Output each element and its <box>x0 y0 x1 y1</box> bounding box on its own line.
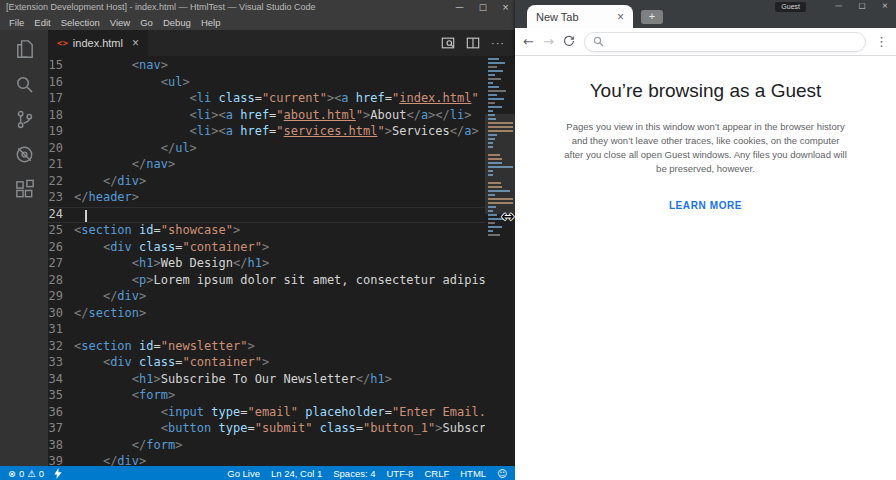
warnings-count: 0 <box>39 468 44 479</box>
code-line[interactable]: 22 </div> <box>48 174 515 191</box>
tab-close-icon[interactable]: × <box>617 10 624 24</box>
maximize-button[interactable]: □ <box>859 1 866 10</box>
line-number: 32 <box>48 339 74 356</box>
chrome-window-controls: — □ × <box>835 1 888 10</box>
line-content: <h1>Web Design</h1> <box>74 256 269 273</box>
feedback-smiley-icon[interactable]: ☺ <box>497 468 507 479</box>
minimize-button[interactable]: — <box>835 1 843 10</box>
source-control-icon[interactable] <box>13 108 36 131</box>
lightning-bolt-icon[interactable] <box>54 468 62 479</box>
editor-group: <> index.html × <box>48 30 515 466</box>
line-number: 15 <box>48 58 74 75</box>
debug-icon[interactable] <box>13 143 36 166</box>
close-button[interactable]: × <box>502 2 509 12</box>
address-bar[interactable] <box>584 32 866 52</box>
forward-icon[interactable]: → <box>543 35 554 48</box>
code-line[interactable]: 24 <box>48 207 515 224</box>
code-line[interactable]: 20 </ul> <box>48 141 515 158</box>
code-line[interactable]: 31 <box>48 322 515 339</box>
menu-go[interactable]: Go <box>135 17 158 28</box>
search-icon[interactable] <box>13 73 36 96</box>
line-number: 27 <box>48 256 74 273</box>
minimap-line <box>488 82 493 84</box>
line-number: 34 <box>48 372 74 389</box>
line-number: 37 <box>48 421 74 438</box>
more-actions-icon[interactable]: ··· <box>491 37 505 49</box>
minimap[interactable] <box>485 58 515 466</box>
tab-close-icon[interactable]: × <box>132 36 139 50</box>
menu-selection[interactable]: Selection <box>56 17 105 28</box>
go-live-button[interactable]: Go Live <box>227 468 260 479</box>
code-line[interactable]: 32<section id="newsletter"> <box>48 339 515 356</box>
code-line[interactable]: 28 <p>Lorem ipsum dolor sit amet, consec… <box>48 273 515 290</box>
minimize-button[interactable]: — <box>455 2 464 12</box>
line-content: </header> <box>74 190 139 207</box>
code-editor[interactable]: 15 <nav>16 <ul>17 <li class="current"><a… <box>48 56 515 466</box>
code-line[interactable]: 16 <ul> <box>48 75 515 92</box>
code-line[interactable]: 26 <div class="container"> <box>48 240 515 257</box>
menu-debug[interactable]: Debug <box>158 17 196 28</box>
chrome-tab-strip: New Tab × + Guest — □ × <box>515 0 896 28</box>
minimap-line <box>488 214 497 216</box>
menu-help[interactable]: Help <box>196 17 226 28</box>
line-number: 23 <box>48 190 74 207</box>
code-line[interactable]: 39 </div> <box>48 454 515 466</box>
code-line[interactable]: 17 <li class="current"><a href="index.ht… <box>48 91 515 108</box>
open-preview-icon[interactable] <box>441 36 455 50</box>
code-line[interactable]: 25<section id="showcase"> <box>48 223 515 240</box>
code-line[interactable]: 15 <nav> <box>48 58 515 75</box>
code-line[interactable]: 33 <div class="container"> <box>48 355 515 372</box>
code-line[interactable]: 19 <li><a href="services.html">Services<… <box>48 124 515 141</box>
line-number: 20 <box>48 141 74 158</box>
menu-view[interactable]: View <box>105 17 135 28</box>
split-editor-icon[interactable] <box>466 36 480 50</box>
extensions-icon[interactable] <box>13 178 36 201</box>
minimap-line <box>488 230 493 232</box>
back-icon[interactable]: ← <box>523 35 534 48</box>
tab-new-tab[interactable]: New Tab × <box>527 5 633 28</box>
encoding-setting[interactable]: UTF-8 <box>386 468 413 479</box>
chrome-menu-icon[interactable]: ⋮ <box>875 34 888 49</box>
horizontal-resize-cursor-icon: ↔ <box>501 207 514 226</box>
code-line[interactable]: 29 </div> <box>48 289 515 306</box>
explorer-icon[interactable] <box>13 38 36 61</box>
code-line[interactable]: 36 <input type="email" placeholder="Ente… <box>48 405 515 422</box>
learn-more-link[interactable]: LEARN MORE <box>669 200 742 211</box>
line-content: <div class="container"> <box>74 240 269 257</box>
guest-page: You’re browsing as a Guest Pages you vie… <box>515 56 896 213</box>
eol-setting[interactable]: CRLF <box>424 468 449 479</box>
line-number: 38 <box>48 438 74 455</box>
close-button[interactable]: × <box>882 1 888 10</box>
minimap-line <box>488 58 499 60</box>
errors-count: 0 <box>19 468 24 479</box>
menu-edit[interactable]: Edit <box>29 17 55 28</box>
line-content: </div> <box>74 289 146 306</box>
code-line[interactable]: 34 <h1>Subscribe To Our Newsletter</h1> <box>48 372 515 389</box>
code-line[interactable]: 38 </form> <box>48 438 515 455</box>
line-content: </ul> <box>74 141 197 158</box>
line-number: 17 <box>48 91 74 108</box>
line-content: <nav> <box>74 58 168 75</box>
code-line[interactable]: 18 <li><a href="about.html">About</a></l… <box>48 108 515 125</box>
minimap-slider[interactable] <box>485 114 515 214</box>
menu-file[interactable]: File <box>4 17 29 28</box>
code-line[interactable]: 23</header> <box>48 190 515 207</box>
code-line[interactable]: 37 <button type="submit" class="button_1… <box>48 421 515 438</box>
code-line[interactable]: 27 <h1>Web Design</h1> <box>48 256 515 273</box>
problems-button[interactable]: ⊗ 0 ⚠ 0 <box>8 468 44 479</box>
language-mode[interactable]: HTML <box>460 468 486 479</box>
guest-description-line: Pages you view in this window won’t appe… <box>515 120 896 134</box>
refresh-icon[interactable] <box>563 35 575 49</box>
line-number: 25 <box>48 223 74 240</box>
indentation-setting[interactable]: Spaces: 4 <box>333 468 375 479</box>
code-line[interactable]: 30</section> <box>48 306 515 323</box>
cursor-position[interactable]: Ln 24, Col 1 <box>271 468 322 479</box>
editor-tab-bar: <> index.html × <box>48 30 515 56</box>
new-tab-button[interactable]: + <box>641 10 663 24</box>
code-line[interactable]: 21 </nav> <box>48 157 515 174</box>
tab-index-html[interactable]: <> index.html × <box>48 30 148 56</box>
code-line[interactable]: 35 <form> <box>48 388 515 405</box>
status-bar: ⊗ 0 ⚠ 0 Go Live Ln 24, Col 1 Spaces: 4 U… <box>0 466 515 480</box>
guest-profile-badge[interactable]: Guest <box>775 2 806 12</box>
maximize-button[interactable]: □ <box>479 2 487 12</box>
